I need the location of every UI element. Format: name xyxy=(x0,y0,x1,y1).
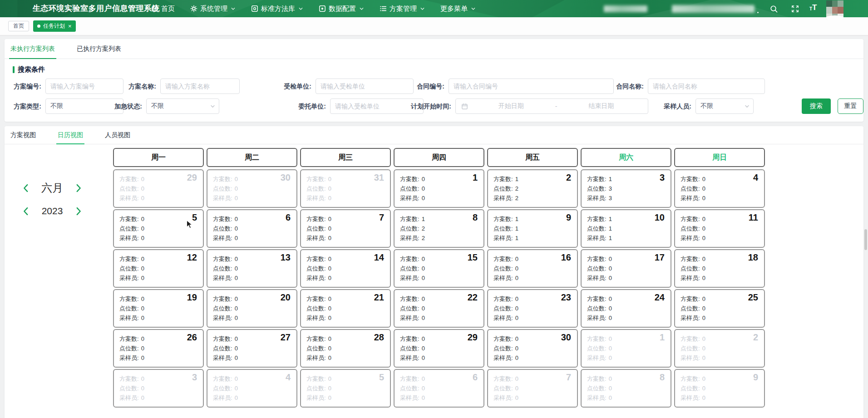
field-label: 合同名称: xyxy=(616,79,644,94)
inspected-org-input[interactable] xyxy=(316,79,414,94)
calendar-day-cell[interactable]: 13 方案数: 0 点位数: 0 采样员: 0 xyxy=(207,249,297,288)
font-size-icon[interactable]: TT xyxy=(809,4,817,11)
close-icon[interactable]: × xyxy=(68,24,72,29)
prev-year-icon[interactable] xyxy=(22,206,30,216)
calendar-day-cell[interactable]: 23 方案数: 0 点位数: 0 采样员: 0 xyxy=(487,289,578,328)
calendar-day-cell[interactable]: 9 方案数: 1 点位数: 1 采样员: 1 xyxy=(487,209,578,248)
contract-name-input[interactable] xyxy=(648,79,765,94)
calendar-day-cell[interactable]: 7 方案数: 0 点位数: 0 采样员: 0 xyxy=(300,209,391,248)
next-year-icon[interactable] xyxy=(75,206,83,216)
tab-calendar-view[interactable]: 日历视图 xyxy=(56,126,84,144)
tab-person-view[interactable]: 人员视图 xyxy=(104,126,132,144)
calendar-day-cell[interactable]: 7 方案数: 0 点位数: 0 采样员: 0 xyxy=(487,369,578,408)
metric-value: 0 xyxy=(328,184,331,193)
sampler-select[interactable]: 不限 xyxy=(695,98,754,114)
nav-item-plans[interactable]: 方案管理 xyxy=(380,5,425,13)
metric-label: 采样员: xyxy=(681,313,700,323)
metric-value: 0 xyxy=(141,273,144,283)
calendar-day-cell[interactable]: 8 方案数: 1 点位数: 2 采样员: 2 xyxy=(394,209,484,248)
avatar[interactable] xyxy=(826,0,843,20)
calendar-day-cell[interactable]: 25 方案数: 0 点位数: 0 采样员: 0 xyxy=(674,289,765,328)
metric-label: 点位数: xyxy=(306,264,326,273)
calendar-day-cell[interactable]: 18 方案数: 0 点位数: 0 采样员: 0 xyxy=(674,249,765,288)
calendar-day-cell[interactable]: 21 方案数: 0 点位数: 0 采样员: 0 xyxy=(300,289,391,328)
calendar-day-cell[interactable]: 6 方案数: 0 点位数: 0 采样员: 0 xyxy=(207,209,297,248)
metric-label: 点位数: xyxy=(119,184,139,193)
calendar-day-cell[interactable]: 29 方案数: 0 点位数: 0 采样员: 0 xyxy=(394,329,484,368)
day-metric: 方案数: 0 xyxy=(213,254,291,264)
calendar-day-cell[interactable]: 27 方案数: 0 点位数: 0 采样员: 0 xyxy=(207,329,297,368)
urgency-select[interactable]: 不限 xyxy=(146,98,219,114)
reset-button[interactable]: 重置 xyxy=(838,98,863,114)
calendar-day-cell[interactable]: 19 方案数: 0 点位数: 0 采样员: 0 xyxy=(113,289,204,328)
day-metric: 方案数: 0 xyxy=(213,334,291,344)
calendar-day-cell[interactable]: 4 方案数: 0 点位数: 0 采样员: 0 xyxy=(207,369,297,408)
censored-username xyxy=(604,5,647,12)
calendar-day-cell[interactable]: 16 方案数: 0 点位数: 0 采样员: 0 xyxy=(487,249,578,288)
calendar-day-cell[interactable]: 8 方案数: 0 点位数: 0 采样员: 0 xyxy=(581,369,671,408)
metric-label: 方案数: xyxy=(306,254,326,264)
calendar-day-cell[interactable]: 31 方案数: 0 点位数: 0 采样员: 0 xyxy=(300,169,391,208)
nav-item-methods[interactable]: 标准方法库 xyxy=(251,5,303,13)
contract-no-input[interactable] xyxy=(449,79,614,94)
metric-value: 0 xyxy=(515,374,518,384)
calendar-day-cell[interactable]: 15 方案数: 0 点位数: 0 采样员: 0 xyxy=(394,249,484,288)
calendar-day-cell[interactable]: 28 方案数: 0 点位数: 0 采样员: 0 xyxy=(300,329,391,368)
tab-executed[interactable]: 已执行方案列表 xyxy=(75,39,123,59)
calendar-day-cell[interactable]: 11 方案数: 0 点位数: 0 采样员: 0 xyxy=(674,209,765,248)
metric-label: 方案数: xyxy=(493,294,513,304)
metric-value: 0 xyxy=(702,214,705,224)
day-number: 17 xyxy=(655,252,665,263)
day-metric: 点位数: 0 xyxy=(119,264,197,273)
calendar-day-cell[interactable]: 29 方案数: 0 点位数: 0 采样员: 0 xyxy=(113,169,204,208)
calendar-day-cell[interactable]: 22 方案数: 0 点位数: 0 采样员: 0 xyxy=(394,289,484,328)
calendar-day-cell[interactable]: 26 方案数: 0 点位数: 0 采样员: 0 xyxy=(113,329,204,368)
prev-month-icon[interactable] xyxy=(22,183,30,193)
metric-label: 采样员: xyxy=(587,313,607,323)
calendar-day-cell[interactable]: 3 方案数: 0 点位数: 0 采样员: 0 xyxy=(113,369,204,408)
client-org-input[interactable] xyxy=(330,98,424,114)
day-metric: 方案数: 0 xyxy=(306,334,385,344)
calendar-day-cell[interactable]: 2 方案数: 1 点位数: 2 采样员: 2 xyxy=(487,169,578,208)
calendar-day-cell[interactable]: 1 方案数: 0 点位数: 0 采样员: 0 xyxy=(581,329,671,368)
breadcrumb-tab-home[interactable]: 首页 xyxy=(8,21,29,31)
calendar-day-cell[interactable]: 6 方案数: 0 点位数: 0 采样员: 0 xyxy=(394,369,484,408)
calendar-day-cell[interactable]: 1 方案数: 0 点位数: 0 采样员: 0 xyxy=(394,169,484,208)
metric-value: 0 xyxy=(328,374,331,384)
breadcrumb-tab-task-plan[interactable]: 任务计划 × xyxy=(33,20,76,32)
calendar-day-cell[interactable]: 30 方案数: 0 点位数: 0 采样员: 0 xyxy=(487,329,578,368)
plan-name-input[interactable] xyxy=(160,79,240,94)
calendar-day-cell[interactable]: 20 方案数: 0 点位数: 0 采样员: 0 xyxy=(207,289,297,328)
search-button[interactable]: 搜索 xyxy=(802,98,831,114)
calendar-day-cell[interactable]: 24 方案数: 0 点位数: 0 采样员: 0 xyxy=(581,289,671,328)
calendar-day-cell[interactable]: 4 方案数: 0 点位数: 0 采样员: 0 xyxy=(674,169,765,208)
scrollbar-thumb[interactable] xyxy=(864,229,867,250)
metric-value: 0 xyxy=(515,304,518,313)
tab-unexecuted[interactable]: 未执行方案列表 xyxy=(9,39,56,59)
calendar-day-cell[interactable]: 3 方案数: 1 点位数: 3 采样员: 3 xyxy=(581,169,671,208)
calendar-day-cell[interactable]: 9 方案数: 0 点位数: 0 采样员: 0 xyxy=(674,369,765,408)
calendar-day-cell[interactable]: 30 方案数: 0 点位数: 0 采样员: 0 xyxy=(207,169,297,208)
calendar-day-cell[interactable]: 17 方案数: 0 点位数: 0 采样员: 0 xyxy=(581,249,671,288)
calendar-day-cell[interactable]: 2 方案数: 0 点位数: 0 采样员: 0 xyxy=(674,329,765,368)
day-number: 24 xyxy=(655,292,665,303)
search-icon[interactable] xyxy=(769,5,778,13)
day-metric: 采样员: 0 xyxy=(213,273,291,283)
nav-item-dataconfig[interactable]: 数据配置 xyxy=(319,5,364,13)
next-month-icon[interactable] xyxy=(75,183,83,193)
chevron-down-icon xyxy=(471,6,476,11)
nav-item-more[interactable]: 更多菜单 xyxy=(440,5,476,13)
nav-item-home[interactable]: 首页 xyxy=(151,5,175,13)
metric-label: 方案数: xyxy=(119,334,139,344)
calendar-day-cell[interactable]: 12 方案数: 0 点位数: 0 采样员: 0 xyxy=(113,249,204,288)
calendar-day-cell[interactable]: 10 方案数: 1 点位数: 1 采样员: 1 xyxy=(581,209,671,248)
calendar-day-cell[interactable]: 14 方案数: 0 点位数: 0 采样员: 0 xyxy=(300,249,391,288)
plan-start-daterange[interactable]: 开始日期 - 结束日期 xyxy=(455,98,648,114)
calendar-day-cell[interactable]: 5 方案数: 0 点位数: 0 采样员: 0 xyxy=(300,369,391,408)
fullscreen-icon[interactable] xyxy=(791,5,799,13)
nav-item-system[interactable]: 系统管理 xyxy=(190,5,236,13)
plan-type-select[interactable]: 不限 xyxy=(45,98,123,114)
tab-plan-view[interactable]: 方案视图 xyxy=(9,126,37,144)
plan-no-input[interactable] xyxy=(45,79,123,94)
calendar-day-cell[interactable]: 5 方案数: 0 点位数: 0 采样员: 0 xyxy=(113,209,204,248)
